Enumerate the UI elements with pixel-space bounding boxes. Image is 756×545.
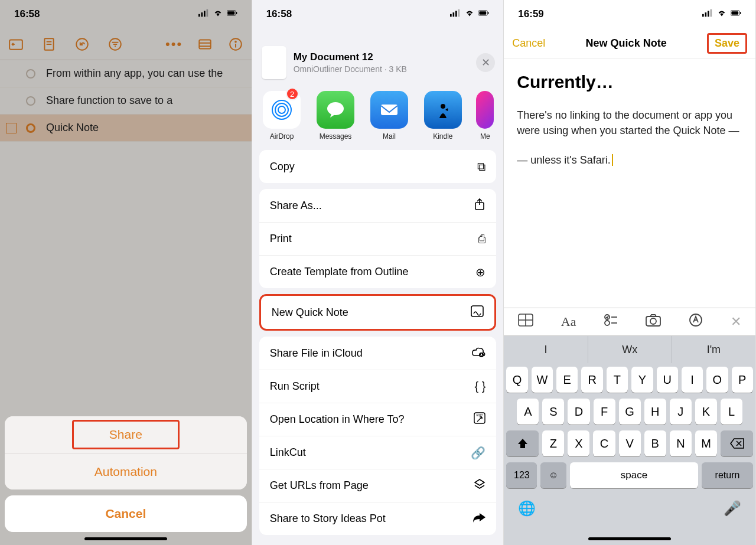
- globe-icon[interactable]: 🌐: [518, 500, 536, 517]
- app-messages[interactable]: Messages: [315, 91, 356, 141]
- markup-icon[interactable]: [689, 313, 703, 331]
- key-w[interactable]: W: [532, 367, 553, 393]
- stack-icon: [474, 478, 485, 493]
- action-linkcut[interactable]: LinkCut🔗: [259, 436, 497, 469]
- key-c[interactable]: C: [593, 430, 615, 456]
- outline-row-selected[interactable]: Quick Note: [0, 115, 252, 142]
- undo-icon[interactable]: [74, 37, 90, 52]
- note-body[interactable]: Currently… There's no linking to the doc…: [504, 59, 755, 182]
- key-o[interactable]: O: [706, 367, 728, 393]
- action-get-urls[interactable]: Get URLs from Page: [259, 469, 497, 502]
- back-folder-icon[interactable]: [8, 37, 24, 52]
- automation-button[interactable]: Automation: [5, 453, 247, 489]
- share-sheet: My Document 12 OmniOutliner Document · 3…: [252, 37, 504, 545]
- key-d[interactable]: D: [568, 399, 589, 425]
- script-icon: { }: [474, 380, 485, 393]
- key-a[interactable]: A: [517, 399, 539, 425]
- home-indicator[interactable]: [588, 537, 671, 540]
- document-icon[interactable]: [41, 37, 57, 52]
- backspace-key[interactable]: [721, 430, 753, 456]
- action-run-script[interactable]: Run Script{ }: [259, 370, 497, 403]
- app-more[interactable]: Me: [476, 91, 494, 141]
- suggestion[interactable]: Wx: [588, 336, 672, 363]
- share-actions-list[interactable]: Copy ⧉ Share As... Print⎙ Create Templat…: [252, 145, 504, 541]
- space-key[interactable]: space: [570, 462, 698, 488]
- svg-rect-27: [480, 11, 487, 15]
- sidebar-icon[interactable]: [197, 37, 213, 52]
- key-l[interactable]: L: [721, 399, 742, 425]
- key-m[interactable]: M: [695, 430, 717, 456]
- camera-icon[interactable]: [646, 314, 661, 330]
- dictation-icon[interactable]: 🎤: [724, 500, 741, 517]
- cancel-button[interactable]: Cancel: [5, 495, 247, 532]
- key-g[interactable]: G: [619, 399, 641, 425]
- status-bar: 16:59: [504, 0, 755, 28]
- home-indicator[interactable]: [84, 537, 167, 540]
- key-p[interactable]: P: [732, 367, 753, 393]
- key-e[interactable]: E: [556, 367, 578, 393]
- key-u[interactable]: U: [657, 367, 678, 393]
- cancel-button[interactable]: Cancel: [512, 37, 545, 50]
- bullet-icon: [26, 69, 35, 79]
- outline-row[interactable]: Share function to save to a: [0, 87, 252, 115]
- key-v[interactable]: V: [619, 430, 641, 456]
- action-print[interactable]: Print⎙: [259, 222, 497, 255]
- app-mail[interactable]: Mail: [369, 91, 409, 141]
- key-r[interactable]: R: [581, 367, 602, 393]
- app-airdrop[interactable]: 2 AirDrop: [262, 91, 302, 141]
- key-x[interactable]: X: [568, 430, 589, 456]
- key-n[interactable]: N: [670, 430, 692, 456]
- return-key[interactable]: return: [702, 462, 753, 488]
- app-kindle[interactable]: Kindle: [422, 91, 463, 141]
- action-create-template[interactable]: Create Template from Outline⊕: [259, 255, 497, 288]
- info-icon[interactable]: [228, 37, 243, 52]
- text-cursor: [611, 154, 613, 166]
- action-label: New Quick Note: [272, 306, 348, 319]
- key-y[interactable]: Y: [631, 367, 653, 393]
- suggestion[interactable]: I'm: [672, 336, 755, 363]
- svg-point-56: [650, 318, 656, 324]
- close-button[interactable]: ✕: [476, 53, 495, 72]
- key-h[interactable]: H: [644, 399, 666, 425]
- note-paragraph: There's no linking to the document or ap…: [517, 107, 742, 138]
- key-row-2: ASDFGHJKL: [506, 399, 753, 425]
- key-z[interactable]: Z: [542, 430, 564, 456]
- svg-rect-1: [201, 12, 203, 17]
- key-j[interactable]: J: [670, 399, 692, 425]
- shift-key[interactable]: [506, 430, 539, 456]
- key-q[interactable]: Q: [506, 367, 527, 393]
- action-open-whereto[interactable]: Open Location in Where To?EXIT: [259, 403, 497, 436]
- checklist-icon[interactable]: [604, 314, 618, 330]
- key-s[interactable]: S: [542, 399, 564, 425]
- key-b[interactable]: B: [644, 430, 666, 456]
- text-format-icon[interactable]: Aa: [561, 314, 576, 329]
- suggestion[interactable]: I: [504, 336, 588, 363]
- wifi-icon: [464, 8, 475, 20]
- messages-icon: [317, 91, 354, 129]
- emoji-key[interactable]: ☺: [540, 462, 566, 488]
- action-share-icloud[interactable]: Share File in iCloud: [259, 337, 497, 370]
- action-copy[interactable]: Copy ⧉: [259, 150, 497, 183]
- action-share-as[interactable]: Share As...: [259, 189, 497, 222]
- svg-point-21: [235, 41, 236, 42]
- share-button[interactable]: Share: [5, 416, 247, 453]
- key-t[interactable]: T: [607, 367, 628, 393]
- key-i[interactable]: I: [682, 367, 703, 393]
- key-k[interactable]: K: [695, 399, 717, 425]
- close-keyboard-icon[interactable]: ✕: [731, 314, 741, 329]
- table-icon[interactable]: [518, 314, 533, 330]
- share-app-row[interactable]: 2 AirDrop Messages Mail: [252, 85, 504, 145]
- key-f[interactable]: F: [594, 399, 615, 425]
- numbers-key[interactable]: 123: [506, 462, 537, 488]
- svg-rect-25: [458, 9, 460, 17]
- save-button[interactable]: Save: [707, 33, 747, 54]
- filter-icon[interactable]: [107, 37, 123, 52]
- app-label: Me: [476, 132, 494, 141]
- action-label: Copy: [270, 161, 295, 173]
- outline-row[interactable]: From within any app, you can use the: [0, 60, 252, 87]
- action-share-story-pot[interactable]: Share to Story Ideas Pot: [259, 502, 497, 535]
- action-new-quick-note[interactable]: New Quick Note: [261, 296, 495, 329]
- more-icon[interactable]: •••: [167, 37, 182, 52]
- svg-rect-23: [453, 12, 455, 17]
- share-label: Share: [72, 420, 180, 449]
